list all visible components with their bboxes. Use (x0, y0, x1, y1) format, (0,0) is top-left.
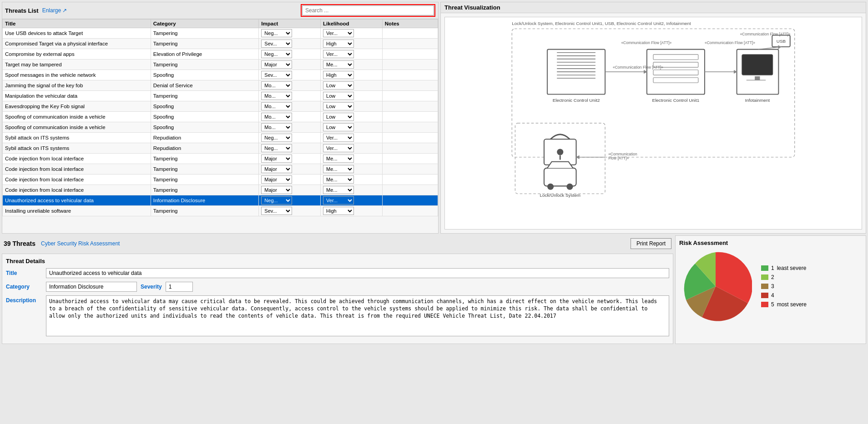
likelihood-select[interactable]: Me... (323, 165, 354, 173)
title-input[interactable] (46, 268, 669, 278)
print-report-button[interactable]: Print Report (631, 238, 671, 249)
impact-select[interactable]: Mo... (261, 113, 292, 121)
likelihood-select[interactable]: High (323, 40, 354, 48)
impact-select[interactable]: Mo... (261, 102, 292, 110)
table-row[interactable]: Eavesdropping the Key Fob signalSpoofing… (3, 101, 438, 112)
impact-select[interactable]: Neg... (261, 29, 292, 37)
likelihood-select[interactable]: Low (323, 123, 354, 131)
likelihood-select[interactable]: Ver... (323, 196, 354, 205)
impact-select[interactable]: Sev... (261, 71, 292, 79)
row-likelihood[interactable]: Me... (321, 185, 383, 195)
row-likelihood[interactable]: Low (321, 91, 383, 101)
row-likelihood[interactable]: Low (321, 80, 383, 91)
table-row[interactable]: Spoof messages in the vehicle networkSpo… (3, 70, 438, 80)
row-impact[interactable]: Mo... (259, 122, 321, 133)
row-likelihood[interactable]: Me... (321, 164, 383, 175)
impact-select[interactable]: Sev... (261, 40, 292, 48)
row-likelihood[interactable]: High (321, 70, 383, 80)
severity-input[interactable] (166, 282, 193, 292)
row-likelihood[interactable]: Me... (321, 60, 383, 70)
row-likelihood[interactable]: Low (321, 122, 383, 133)
likelihood-select[interactable]: High (323, 207, 354, 215)
row-likelihood[interactable]: Ver... (321, 49, 383, 60)
likelihood-select[interactable]: Me... (323, 175, 354, 184)
impact-select[interactable]: Neg... (261, 196, 292, 205)
table-row[interactable]: Spoofing of communication inside a vehic… (3, 122, 438, 133)
row-impact[interactable]: Major (259, 60, 321, 70)
likelihood-select[interactable]: Ver... (323, 144, 354, 152)
impact-select[interactable]: Major (261, 155, 292, 163)
table-row[interactable]: Sybil attack on ITS systemsRepudiationNe… (3, 133, 438, 143)
row-likelihood[interactable]: Ver... (321, 133, 383, 143)
table-row[interactable]: Target may be tamperedTamperingMajorMe..… (3, 60, 438, 70)
impact-select[interactable]: Sev... (261, 207, 292, 215)
row-likelihood[interactable]: Me... (321, 175, 383, 185)
row-likelihood[interactable]: Ver... (321, 195, 383, 206)
table-row[interactable]: Compromised Target via a physical interf… (3, 39, 438, 49)
impact-select[interactable]: Major (261, 186, 292, 194)
likelihood-select[interactable]: Low (323, 102, 354, 110)
table-row[interactable]: Spoofing of communication inside a vehic… (3, 112, 438, 122)
row-likelihood[interactable]: Ver... (321, 143, 383, 154)
impact-select[interactable]: Major (261, 165, 292, 173)
likelihood-select[interactable]: Me... (323, 155, 354, 163)
row-title: Spoof messages in the vehicle network (3, 70, 151, 80)
impact-select[interactable]: Major (261, 60, 292, 69)
impact-select[interactable]: Neg... (261, 50, 292, 58)
table-row[interactable]: Code injection from local interfaceTampe… (3, 164, 438, 175)
row-impact[interactable]: Neg... (259, 49, 321, 60)
row-impact[interactable]: Mo... (259, 101, 321, 112)
likelihood-select[interactable]: Me... (323, 186, 354, 194)
row-impact[interactable]: Neg... (259, 133, 321, 143)
table-row[interactable]: Code injection from local interfaceTampe… (3, 175, 438, 185)
row-likelihood[interactable]: High (321, 206, 383, 216)
table-row[interactable]: Manipulation the vehicular dataTampering… (3, 91, 438, 101)
row-impact[interactable]: Major (259, 154, 321, 164)
cyber-security-link[interactable]: Cyber Security Risk Assessment (41, 240, 120, 247)
row-impact[interactable]: Neg... (259, 28, 321, 39)
description-textarea[interactable]: Unauthorized access to vehicular data ma… (46, 295, 669, 336)
row-impact[interactable]: Mo... (259, 91, 321, 101)
row-impact[interactable]: Major (259, 175, 321, 185)
table-row[interactable]: Sybil attack on ITS systemsRepudiationNe… (3, 143, 438, 154)
likelihood-select[interactable]: Me... (323, 60, 354, 69)
row-impact[interactable]: Major (259, 185, 321, 195)
impact-select[interactable]: Neg... (261, 134, 292, 142)
impact-select[interactable]: Mo... (261, 123, 292, 131)
impact-select[interactable]: Mo... (261, 81, 292, 90)
row-impact[interactable]: Neg... (259, 195, 321, 206)
table-row[interactable]: Jamming the signal of the key fobDenial … (3, 80, 438, 91)
row-impact[interactable]: Sev... (259, 39, 321, 49)
row-impact[interactable]: Mo... (259, 112, 321, 122)
likelihood-select[interactable]: High (323, 71, 354, 79)
impact-select[interactable]: Neg... (261, 144, 292, 152)
table-container[interactable]: Title Category Impact Likelihood Notes U… (2, 19, 438, 233)
likelihood-select[interactable]: Ver... (323, 29, 354, 37)
row-impact[interactable]: Major (259, 164, 321, 175)
impact-select[interactable]: Major (261, 175, 292, 184)
row-impact[interactable]: Mo... (259, 80, 321, 91)
row-likelihood[interactable]: Low (321, 112, 383, 122)
category-input[interactable] (46, 282, 137, 292)
row-impact[interactable]: Sev... (259, 70, 321, 80)
row-likelihood[interactable]: Ver... (321, 28, 383, 39)
row-impact[interactable]: Neg... (259, 143, 321, 154)
impact-select[interactable]: Mo... (261, 92, 292, 100)
likelihood-select[interactable]: Low (323, 81, 354, 90)
likelihood-select[interactable]: Ver... (323, 134, 354, 142)
likelihood-select[interactable]: Ver... (323, 50, 354, 58)
table-row[interactable]: Code injection from local interfaceTampe… (3, 185, 438, 195)
search-input[interactable] (302, 5, 434, 15)
likelihood-select[interactable]: Low (323, 113, 354, 121)
table-row[interactable]: Code injection from local interfaceTampe… (3, 154, 438, 164)
table-row[interactable]: Installing unreliable softwareTamperingS… (3, 206, 438, 216)
table-row[interactable]: Unauthorized access to vehicular dataInf… (3, 195, 438, 206)
enlarge-link[interactable]: Enlarge ↗ (42, 7, 67, 14)
row-likelihood[interactable]: Me... (321, 154, 383, 164)
row-likelihood[interactable]: High (321, 39, 383, 49)
row-impact[interactable]: Sev... (259, 206, 321, 216)
likelihood-select[interactable]: Low (323, 92, 354, 100)
row-likelihood[interactable]: Low (321, 101, 383, 112)
table-row[interactable]: Compromise by external appsElevation of … (3, 49, 438, 60)
table-row[interactable]: Use USB devices to attack TargetTamperin… (3, 28, 438, 39)
